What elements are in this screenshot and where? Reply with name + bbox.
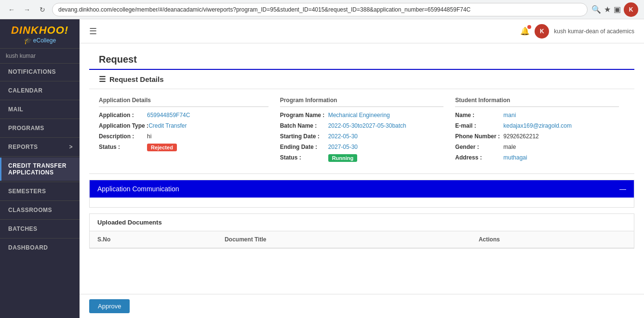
app-desc-label: Description : (99, 133, 147, 140)
program-info-col: Program Information Program Name : Mecha… (274, 97, 450, 166)
request-details-card: ☰ Request Details Application Details Ap… (89, 70, 634, 174)
app-type-value: Credit Transfer (148, 122, 187, 129)
app-desc-value: hi (147, 133, 151, 140)
student-phone-label: Phone Number : (455, 133, 503, 140)
student-name-row: Name : mani (455, 112, 619, 119)
hamburger-menu[interactable]: ☰ (89, 26, 97, 37)
batch-name-label: Batch Name : (280, 122, 328, 129)
user-name-label: kush kumar-dean of academics (554, 28, 634, 35)
student-name-value: mani (503, 112, 516, 119)
student-gender-value: male (503, 144, 516, 150)
program-name-label: Program Name : (280, 112, 328, 119)
communication-header: Application Communication — (90, 180, 634, 198)
sidebar-item-programs[interactable]: PROGRAMS (0, 120, 80, 136)
sidebar-item-semesters[interactable]: SEMESTERS (0, 183, 80, 199)
chevron-right-icon: > (69, 144, 73, 150)
sidebar-item-dashboard[interactable]: Dashboard (0, 239, 80, 256)
content-scroll: Request ☰ Request Details Application De… (80, 43, 644, 294)
batch-name-row: Batch Name : 2022-05-30to2027-05-30batch (280, 122, 444, 129)
back-button[interactable]: ← (6, 4, 17, 15)
col-actions: Actions (471, 231, 634, 248)
student-email-value: kedajax169@ziragold.com (503, 122, 572, 129)
sidebar: DINKHOO! 🎓 eCollege kush kumar NOTIFICAT… (0, 19, 80, 318)
end-date-value: 2027-05-30 (328, 144, 358, 150)
app-number-label: Application : (99, 112, 147, 119)
communication-section: Application Communication — (89, 180, 634, 208)
main-content: ☰ 🔔 K kush kumar-dean of academics Reque… (80, 19, 644, 318)
app-type-row: Application Type : Credit Transfer (99, 122, 268, 129)
end-date-row: Ending Date : 2027-05-30 (280, 144, 444, 150)
url-bar[interactable] (52, 3, 588, 16)
app-number-value: 659944859F74C (147, 112, 190, 119)
sidebar-item-batches[interactable]: BATCHES (0, 221, 80, 237)
start-date-value: 2022-05-30 (328, 133, 358, 140)
app-number-row: Application : 659944859F74C (99, 112, 268, 119)
window-icon[interactable]: ▣ (614, 5, 621, 14)
sidebar-item-reports[interactable]: REPORTS > (0, 139, 80, 155)
topbar: ☰ 🔔 K kush kumar-dean of academics (80, 19, 644, 43)
sidebar-item-credit-transfer[interactable]: CREDIT TRANSFER APPLICATIONS (0, 158, 80, 181)
col-title: Document Title (217, 231, 471, 248)
documents-table: S.No Document Title Actions (90, 231, 634, 248)
notification-bell[interactable]: 🔔 (520, 26, 530, 36)
sidebar-item-classrooms[interactable]: CLASSROOMS (0, 202, 80, 218)
app-desc-row: Description : hi (99, 133, 268, 140)
program-status-label: Status : (280, 154, 328, 161)
profile-avatar[interactable]: K (624, 2, 638, 17)
student-gender-row: Gender : male (455, 144, 619, 150)
details-grid: Application Details Application : 659944… (89, 89, 634, 174)
end-date-label: Ending Date : (280, 144, 328, 150)
page-title: Request (89, 48, 634, 70)
reload-button[interactable]: ↻ (37, 4, 48, 15)
search-icon[interactable]: 🔍 (591, 5, 601, 14)
sidebar-user: kush kumar (0, 49, 80, 64)
logo-ecollege: 🎓 eCollege (24, 37, 56, 44)
sidebar-nav: NOTIFICATIONS CALENDAR MAIL PROGRAMS REP… (0, 64, 80, 318)
program-status-badge: Running (328, 154, 358, 162)
student-address-value: muthagai (503, 154, 527, 161)
start-date-row: Starting Date : 2022-05-30 (280, 133, 444, 140)
student-email-row: E-mail : kedajax169@ziragold.com (455, 122, 619, 129)
student-info-heading: Student Information (455, 97, 619, 107)
app-status-badge: Rejected (147, 144, 177, 151)
app-status-row: Status : Rejected (99, 144, 268, 151)
forward-button[interactable]: → (21, 4, 33, 15)
section-header: ☰ Request Details (89, 70, 634, 89)
communication-body (90, 198, 634, 207)
program-status-row: Status : Running (280, 154, 444, 162)
sidebar-item-mail[interactable]: MAIL (0, 101, 80, 118)
logo-dinkhoo: DINKHOO! (11, 24, 68, 37)
documents-section: Uploaded Documents S.No Document Title A… (89, 213, 634, 249)
program-name-row: Program Name : Mechanical Engineering (280, 112, 444, 119)
documents-header: Uploaded Documents (90, 214, 634, 231)
program-info-heading: Program Information (280, 97, 444, 107)
topbar-right: 🔔 K kush kumar-dean of academics (520, 24, 634, 39)
logo: DINKHOO! 🎓 eCollege (0, 19, 80, 49)
application-details-col: Application Details Application : 659944… (99, 97, 274, 166)
app-type-label: Application Type : (99, 122, 148, 129)
list-icon: ☰ (99, 75, 106, 84)
user-avatar[interactable]: K (535, 24, 549, 39)
batch-name-value: 2022-05-30to2027-05-30batch (328, 122, 406, 129)
bottom-bar: Approve (80, 294, 644, 318)
approve-button[interactable]: Approve (89, 299, 130, 313)
student-name-label: Name : (455, 112, 503, 119)
student-phone-value: 92926262212 (503, 133, 538, 140)
student-info-col: Student Information Name : mani E-mail :… (449, 97, 625, 166)
program-name-value: Mechanical Engineering (328, 112, 390, 119)
cap-icon: 🎓 (24, 37, 32, 44)
browser-bar: ← → ↻ 🔍 ★ ▣ K (0, 0, 644, 19)
collapse-icon[interactable]: — (619, 185, 626, 193)
col-sno: S.No (90, 231, 217, 248)
student-email-label: E-mail : (455, 122, 503, 129)
app-status-label: Status : (99, 144, 147, 150)
bell-badge (527, 25, 531, 29)
sidebar-item-notifications[interactable]: NOTIFICATIONS (0, 64, 80, 80)
app-details-heading: Application Details (99, 97, 268, 107)
browser-icons: 🔍 ★ ▣ K (591, 2, 638, 17)
sidebar-item-calendar[interactable]: CALENDAR (0, 82, 80, 99)
communication-title: Application Communication (97, 185, 179, 193)
start-date-label: Starting Date : (280, 133, 328, 140)
student-gender-label: Gender : (455, 144, 503, 150)
bookmark-icon[interactable]: ★ (604, 5, 611, 14)
